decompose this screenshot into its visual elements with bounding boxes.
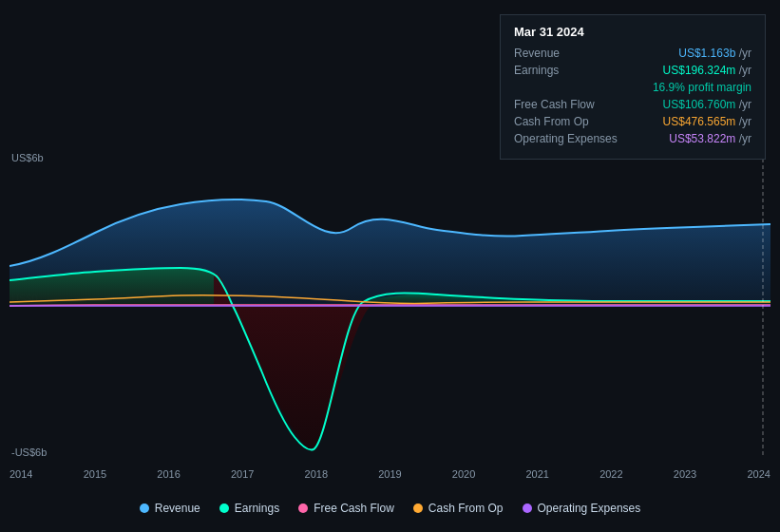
legend-label-earnings: Earnings: [235, 502, 279, 515]
legend-dot-opex: [523, 504, 532, 513]
x-label-2024: 2024: [747, 468, 770, 480]
tooltip-row-fcf: Free Cash Flow US$106.760m /yr: [514, 98, 751, 111]
x-label-2014: 2014: [10, 468, 32, 480]
tooltip-row-opex: Operating Expenses US$53.822m /yr: [514, 132, 751, 145]
tooltip-row-margin: 16.9% profit margin: [514, 81, 751, 94]
legend-dot-revenue: [140, 504, 149, 513]
tooltip-label-earnings: Earnings: [514, 64, 559, 77]
tooltip-row-earnings: Earnings US$196.324m /yr: [514, 64, 751, 77]
tooltip-value-margin: 16.9% profit margin: [653, 81, 751, 94]
legend-item-revenue: Revenue: [140, 502, 200, 515]
x-label-2015: 2015: [84, 468, 106, 480]
legend-label-opex: Operating Expenses: [538, 502, 641, 515]
tooltip-value-cfo: US$476.565m /yr: [663, 115, 751, 128]
tooltip-label-cfo: Cash From Op: [514, 115, 589, 128]
legend-item-opex: Operating Expenses: [523, 502, 641, 515]
tooltip-row-cfo: Cash From Op US$476.565m /yr: [514, 115, 751, 128]
chart-legend: Revenue Earnings Free Cash Flow Cash Fro…: [0, 502, 780, 515]
x-axis-labels: 2014 2015 2016 2017 2018 2019 2020 2021 …: [10, 468, 770, 480]
legend-label-revenue: Revenue: [155, 502, 200, 515]
x-label-2017: 2017: [231, 468, 254, 480]
tooltip-value-fcf: US$106.760m /yr: [663, 98, 751, 111]
legend-item-fcf: Free Cash Flow: [298, 502, 394, 515]
tooltip-row-revenue: Revenue US$1.163b /yr: [514, 47, 751, 60]
x-label-2018: 2018: [305, 468, 328, 480]
legend-dot-fcf: [298, 504, 308, 513]
tooltip-value-opex: US$53.822m /yr: [669, 132, 751, 145]
x-label-2021: 2021: [525, 468, 548, 480]
legend-item-cfo: Cash From Op: [413, 502, 504, 515]
tooltip-label-fcf: Free Cash Flow: [514, 98, 595, 111]
tooltip-label-opex: Operating Expenses: [514, 132, 618, 145]
tooltip-value-earnings: US$196.324m /yr: [663, 64, 751, 77]
tooltip-value-revenue: US$1.163b /yr: [678, 47, 751, 60]
chart-svg: [10, 152, 770, 456]
tooltip-date: Mar 31 2024: [514, 25, 751, 39]
data-tooltip: Mar 31 2024 Revenue US$1.163b /yr Earnin…: [500, 14, 766, 160]
x-label-2016: 2016: [157, 468, 180, 480]
x-label-2022: 2022: [599, 468, 622, 480]
tooltip-label-revenue: Revenue: [514, 47, 560, 60]
legend-label-cfo: Cash From Op: [428, 502, 504, 515]
x-label-2019: 2019: [378, 468, 401, 480]
x-label-2023: 2023: [674, 468, 696, 480]
legend-label-fcf: Free Cash Flow: [314, 502, 394, 515]
legend-dot-cfo: [413, 504, 423, 513]
legend-item-earnings: Earnings: [219, 502, 279, 515]
legend-dot-earnings: [219, 504, 229, 513]
x-label-2020: 2020: [452, 468, 475, 480]
